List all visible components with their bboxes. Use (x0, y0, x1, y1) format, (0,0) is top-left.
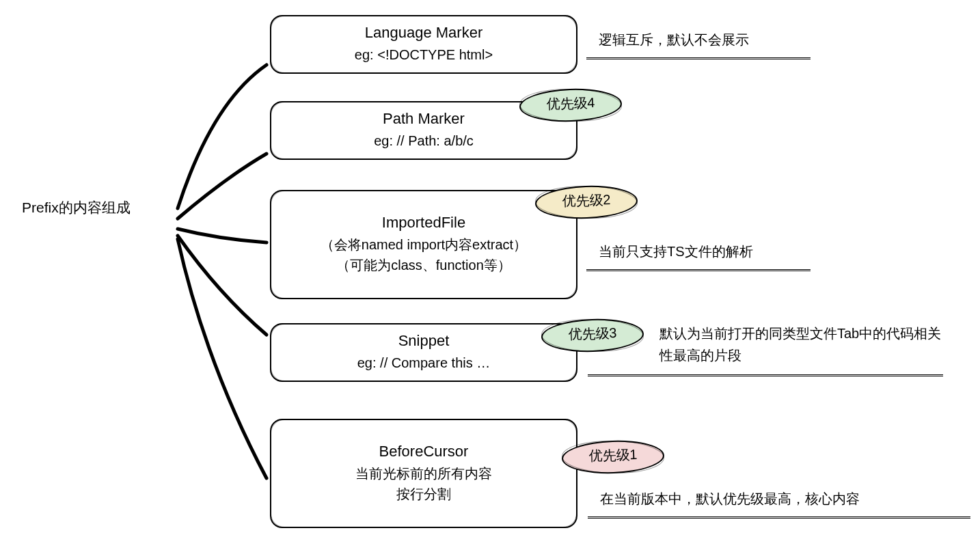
node-line3: 按行分割 (396, 484, 451, 504)
root-label: Prefix的内容组成 (22, 198, 131, 217)
node-title: Language Marker (365, 24, 482, 42)
underline (586, 57, 811, 59)
node-title: BeforeCursor (379, 443, 469, 460)
node-example: eg: <!DOCTYPE html> (355, 44, 493, 65)
underline (586, 269, 811, 271)
priority-badge-4: 优先级4 (519, 87, 623, 123)
node-title: ImportedFile (382, 214, 465, 232)
node-line2: 当前光标前的所有内容 (355, 463, 492, 484)
underline (588, 374, 943, 376)
annotation-before-cursor: 在当前版本中，默认优先级最高，核心内容 (600, 488, 860, 510)
node-line2: （会将named import内容extract） (321, 234, 527, 255)
node-imported-file: ImportedFile （会将named import内容extract） （… (270, 190, 577, 299)
node-title: Snippet (398, 332, 450, 350)
annotation-language-marker: 逻辑互斥，默认不会展示 (599, 29, 749, 51)
node-example: eg: // Path: a/b/c (374, 130, 474, 151)
annotation-snippet: 默认为当前打开的同类型文件Tab中的代码相关性最高的片段 (659, 322, 947, 366)
node-example: eg: // Compare this … (357, 353, 491, 373)
connector-lines (171, 20, 280, 512)
underline (588, 516, 970, 519)
annotation-imported-file: 当前只支持TS文件的解析 (599, 240, 753, 262)
node-language-marker: Language Marker eg: <!DOCTYPE html> (270, 15, 577, 74)
node-snippet: Snippet eg: // Compare this … (270, 323, 577, 382)
node-line3: （可能为class、function等） (336, 255, 511, 275)
node-title: Path Marker (383, 110, 465, 128)
node-before-cursor: BeforeCursor 当前光标前的所有内容 按行分割 (270, 419, 577, 528)
